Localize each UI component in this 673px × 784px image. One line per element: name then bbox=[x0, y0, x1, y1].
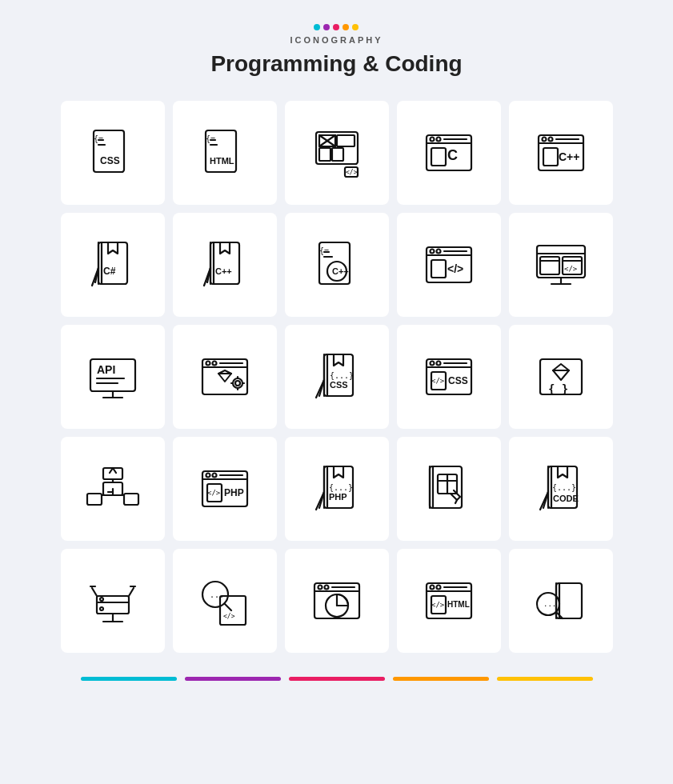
svg-text:</>: </> bbox=[431, 377, 445, 385]
svg-rect-33 bbox=[98, 242, 127, 284]
svg-text:CSS: CSS bbox=[100, 155, 120, 166]
svg-point-80 bbox=[233, 378, 242, 388]
icon-css-file[interactable]: CSS {= bbox=[61, 101, 165, 205]
svg-point-147 bbox=[100, 607, 103, 610]
svg-rect-56 bbox=[431, 260, 446, 278]
svg-text:CSS: CSS bbox=[448, 375, 468, 386]
svg-point-29 bbox=[548, 138, 552, 142]
footer-bar-pink bbox=[289, 677, 385, 681]
icon-book-code-pen[interactable]: {...} CODE bbox=[509, 437, 613, 541]
svg-text:{ }: { } bbox=[548, 382, 568, 395]
svg-rect-107 bbox=[124, 494, 138, 505]
svg-text:C++: C++ bbox=[332, 266, 349, 276]
svg-text:PHP: PHP bbox=[329, 492, 347, 502]
svg-text:C++: C++ bbox=[559, 150, 579, 163]
svg-text:...: ... bbox=[543, 600, 556, 608]
svg-point-75 bbox=[206, 362, 210, 366]
icon-search-code[interactable]: </> ... bbox=[173, 549, 277, 653]
brand-name: ICONOGRAPHY bbox=[210, 35, 462, 45]
svg-text:...: ... bbox=[210, 590, 224, 599]
svg-text:HTML: HTML bbox=[447, 600, 470, 609]
icon-file-cpp[interactable]: C++ {= bbox=[285, 213, 389, 317]
icon-browser-html[interactable]: HTML </> bbox=[397, 549, 501, 653]
svg-point-116 bbox=[212, 474, 216, 478]
icon-wireframe[interactable]: </> bbox=[285, 101, 389, 205]
icon-browser-pie[interactable] bbox=[285, 549, 389, 653]
icon-book-csharp[interactable]: C# bbox=[61, 213, 165, 317]
svg-text:CODE: CODE bbox=[553, 494, 579, 503]
svg-point-96 bbox=[436, 362, 440, 366]
dot-purple bbox=[323, 24, 330, 30]
svg-point-28 bbox=[542, 138, 546, 142]
icon-server-stand[interactable] bbox=[61, 549, 165, 653]
page-title: Programming & Coding bbox=[210, 51, 462, 77]
svg-point-21 bbox=[430, 138, 434, 142]
svg-marker-78 bbox=[218, 370, 231, 382]
icon-browser-c[interactable]: C bbox=[397, 101, 501, 205]
svg-rect-14 bbox=[337, 135, 355, 146]
svg-rect-24 bbox=[431, 148, 446, 166]
icon-browser-cpp[interactable]: C++ bbox=[509, 101, 613, 205]
icon-browser-code[interactable]: </> bbox=[397, 213, 501, 317]
page-header: ICONOGRAPHY Programming & Coding bbox=[210, 24, 462, 77]
svg-text:{...}: {...} bbox=[329, 483, 353, 492]
svg-point-115 bbox=[206, 474, 210, 478]
icon-api-monitor[interactable]: API bbox=[61, 325, 165, 429]
svg-text:{=: {= bbox=[319, 246, 329, 255]
icon-network[interactable] bbox=[61, 437, 165, 541]
icon-book-php-pen[interactable]: PHP {...} bbox=[285, 437, 389, 541]
svg-rect-62 bbox=[540, 257, 559, 274]
icon-search-book[interactable]: ... bbox=[509, 549, 613, 653]
icon-monitor-code[interactable]: </> bbox=[509, 213, 613, 317]
icon-browser-gem-gear[interactable] bbox=[173, 325, 277, 429]
svg-rect-15 bbox=[319, 148, 330, 161]
svg-text:{...}: {...} bbox=[330, 371, 354, 380]
svg-text:API: API bbox=[97, 363, 115, 376]
svg-rect-31 bbox=[543, 148, 558, 166]
svg-line-134 bbox=[455, 500, 457, 503]
svg-text:C++: C++ bbox=[215, 266, 232, 276]
svg-text:</>: </> bbox=[447, 262, 463, 275]
svg-text:HTML: HTML bbox=[210, 156, 234, 166]
svg-text:PHP: PHP bbox=[224, 487, 244, 498]
svg-point-76 bbox=[212, 362, 216, 366]
icon-browser-css[interactable]: CSS </> bbox=[397, 325, 501, 429]
footer-bar-yellow bbox=[497, 677, 593, 681]
svg-point-53 bbox=[430, 250, 434, 254]
svg-line-148 bbox=[92, 588, 97, 596]
svg-text:C#: C# bbox=[103, 266, 116, 277]
svg-point-160 bbox=[324, 586, 328, 590]
svg-text:{...}: {...} bbox=[552, 483, 576, 492]
svg-text:</>: </> bbox=[564, 265, 578, 273]
dot-yellow bbox=[352, 24, 359, 30]
icon-html-file[interactable]: HTML {= bbox=[173, 101, 277, 205]
svg-point-95 bbox=[430, 362, 434, 366]
icon-gem-braces[interactable]: { } bbox=[509, 325, 613, 429]
icon-book-css-pen[interactable]: CSS {...} bbox=[285, 325, 389, 429]
svg-text:{=: {= bbox=[94, 134, 103, 143]
svg-text:</>: </> bbox=[207, 489, 221, 497]
svg-rect-106 bbox=[87, 494, 102, 505]
brand-dots bbox=[210, 24, 462, 30]
svg-text:</>: </> bbox=[346, 169, 358, 176]
dot-orange bbox=[343, 24, 349, 30]
icon-book-design[interactable] bbox=[397, 437, 501, 541]
svg-point-22 bbox=[436, 138, 440, 142]
icon-book-cpp-pen[interactable]: C++ bbox=[173, 213, 277, 317]
footer-bar-cyan bbox=[81, 677, 177, 681]
svg-rect-152 bbox=[220, 596, 246, 625]
svg-line-149 bbox=[129, 588, 134, 596]
svg-point-159 bbox=[318, 586, 322, 590]
svg-point-81 bbox=[235, 381, 240, 386]
svg-rect-39 bbox=[210, 242, 239, 284]
svg-text:</>: </> bbox=[223, 613, 235, 620]
icon-browser-php[interactable]: PHP </> bbox=[173, 437, 277, 541]
svg-text:C: C bbox=[447, 147, 458, 163]
footer-bars bbox=[77, 677, 597, 681]
footer-bar-orange bbox=[393, 677, 489, 681]
svg-text:</>: </> bbox=[431, 601, 445, 609]
svg-line-156 bbox=[225, 604, 231, 610]
dot-pink bbox=[333, 24, 339, 30]
svg-point-146 bbox=[100, 598, 103, 601]
svg-text:{=: {= bbox=[206, 134, 215, 143]
